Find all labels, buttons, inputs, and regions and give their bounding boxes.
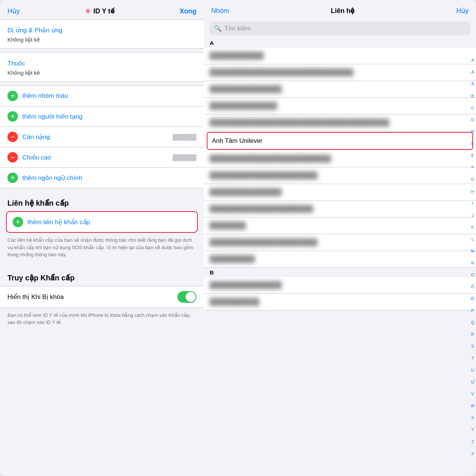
medicine-section: Thuốc Không liệt kê [0, 52, 204, 82]
contact-name-b1: ████████████████ [210, 282, 282, 289]
left-done-button[interactable]: Xong [180, 7, 196, 15]
contact-name-12: ██████████ [210, 255, 254, 263]
alpha-v[interactable]: V [471, 392, 474, 396]
left-nav-title: ID Y tế [93, 7, 114, 15]
contact-row-9[interactable]: ███████████████████████ [204, 201, 476, 218]
contact-row-7[interactable]: ████████████████████████ [204, 167, 476, 184]
bottom-description: Bạn có thể xem ID Y tế của mình khi iPho… [0, 308, 204, 334]
contact-name-0: ████████████ [210, 52, 264, 60]
show-when-locked-toggle[interactable] [177, 291, 196, 303]
search-icon: 🔍 [214, 25, 222, 32]
weight-row[interactable]: − Cân nặng ██████ [0, 127, 204, 147]
search-bar[interactable]: 🔍 Tìm kiếm [210, 22, 470, 35]
drug-allergy-section: Dị ứng & Phản ứng Không liệt kê [0, 19, 204, 49]
alpha-s[interactable]: S [471, 344, 474, 348]
contact-row-6[interactable]: ███████████████████████████ [204, 151, 476, 167]
weight-label: Cân nặng [22, 133, 50, 141]
contact-row-highlighted[interactable]: Anh Tâm Unilever [207, 132, 473, 150]
alpha-o[interactable]: O [471, 273, 475, 277]
minus-icon-weight: − [7, 132, 18, 142]
contact-row-8[interactable]: ████████████████ [204, 184, 476, 201]
alpha-a[interactable]: A [471, 58, 474, 62]
contact-name-highlighted: Anh Tâm Unilever [212, 137, 263, 145]
contact-row-4[interactable]: ████████████████████████████████████████ [204, 115, 476, 131]
contact-row-0[interactable]: ████████████ [204, 48, 476, 64]
contact-name-4: ████████████████████████████████████████ [210, 119, 389, 126]
alpha-x[interactable]: X [471, 416, 474, 420]
alpha-u[interactable]: U [471, 368, 474, 372]
medical-id-star-icon: ✳ [85, 7, 91, 16]
alpha-e-circ[interactable]: Ê [471, 154, 474, 158]
show-when-locked-label: Hiển thị Khi Bị khóa [7, 293, 64, 301]
contact-row-2[interactable]: ████████████████ [204, 81, 476, 98]
height-label: Chiều cao [22, 154, 51, 161]
alpha-a-breve[interactable]: Ă [471, 82, 474, 86]
alpha-q[interactable]: Q [471, 321, 475, 325]
contact-row-12[interactable]: ██████████ [204, 251, 476, 268]
plus-icon-organ: + [7, 111, 18, 122]
alpha-u-horn[interactable]: Ư [471, 380, 475, 384]
alpha-a-bar[interactable]: Ā [471, 70, 474, 74]
contact-row-11[interactable]: ████████████████████████ [204, 234, 476, 251]
contact-name-11: ████████████████████████ [210, 239, 317, 246]
alpha-k[interactable]: K [471, 225, 474, 229]
contact-row-b2[interactable]: ███████████ [204, 294, 476, 311]
alpha-hash[interactable]: # [472, 452, 474, 456]
emergency-add-row[interactable]: + thêm liên hệ khẩn cấp [7, 212, 197, 232]
contact-row-1[interactable]: ████████████████████████████████ [204, 64, 476, 81]
alpha-c[interactable]: C [471, 106, 474, 110]
add-blood-type-row[interactable]: + thêm nhóm máu [0, 86, 204, 106]
minus-icon-height: − [7, 152, 18, 163]
alpha-e[interactable]: E [471, 142, 474, 146]
contact-name-2: ████████████████ [210, 86, 282, 93]
alpha-b[interactable]: B [471, 94, 474, 98]
alpha-j[interactable]: J [472, 213, 474, 218]
search-bar-container: 🔍 Tìm kiếm [204, 19, 476, 38]
contact-name-3: ███████████████ [210, 102, 277, 110]
contact-row-10[interactable]: ████████ [204, 218, 476, 234]
alpha-h[interactable]: H [471, 190, 474, 194]
alpha-z[interactable]: Z [472, 440, 474, 444]
alpha-index: A Ā Ă B C D Đ E Ê F G H I J K L M N O Ô … [469, 57, 476, 457]
height-row[interactable]: − Chiều cao ██████ [0, 147, 204, 168]
contacts-wrapper: A ████████████ █████████████████████████… [204, 38, 476, 476]
add-organ-donor-row[interactable]: + thêm người hiến tạng [0, 106, 204, 127]
left-cancel-button[interactable]: Hủy [7, 7, 20, 15]
alpha-p[interactable]: P [471, 309, 474, 313]
right-cancel-button[interactable]: Hủy [456, 7, 469, 15]
contact-name-b2: ███████████ [210, 298, 259, 306]
left-scroll-content: Dị ứng & Phản ứng Không liệt kê Thuốc Kh… [0, 19, 204, 476]
alpha-n[interactable]: N [471, 261, 474, 265]
alpha-r[interactable]: R [471, 332, 474, 337]
alpha-o-horn[interactable]: Ơ [471, 297, 475, 301]
plus-icon-emergency: + [13, 217, 23, 227]
contact-row-b1[interactable]: ████████████████ [204, 277, 476, 294]
emergency-contact-title: Liên hệ khẩn cấp [0, 188, 204, 211]
alpha-y[interactable]: Y [471, 428, 474, 432]
alpha-o-circ[interactable]: Ô [471, 285, 475, 289]
add-language-row[interactable]: + thêm ngôn ngữ chính [0, 168, 204, 188]
alpha-i[interactable]: I [472, 202, 473, 206]
add-language-label: thêm ngôn ngữ chính [22, 174, 82, 182]
alpha-f[interactable]: F [472, 165, 474, 170]
emergency-section-wrapper: Liên hệ khẩn cấp + thêm liên hệ khẩn cấp… [0, 188, 204, 264]
alpha-l[interactable]: L [472, 237, 474, 241]
alpha-m[interactable]: M [471, 249, 474, 253]
contact-row-3[interactable]: ███████████████ [204, 98, 476, 115]
drug-allergy-value: Không liệt kê [0, 36, 204, 48]
contact-name-6: ███████████████████████████ [210, 155, 331, 163]
add-rows-group: + thêm nhóm máu + thêm người hiến tạng −… [0, 86, 204, 188]
alpha-t[interactable]: T [472, 356, 474, 360]
alpha-d-stroke[interactable]: Đ [471, 130, 474, 134]
add-blood-type-label: thêm nhóm máu [22, 92, 68, 100]
contact-name-7: ████████████████████████ [210, 172, 317, 179]
alpha-w[interactable]: W [471, 404, 475, 408]
contact-name-1: ████████████████████████████████ [210, 69, 353, 76]
left-panel: Hủy ✳ ID Y tế Xong Dị ứng & Phản ứng Khô… [0, 0, 204, 476]
right-back-button[interactable]: Nhóm [211, 7, 229, 15]
alpha-g[interactable]: G [471, 177, 475, 181]
alpha-d[interactable]: D [471, 118, 474, 122]
search-placeholder: Tìm kiếm [225, 25, 251, 32]
emergency-add-label: thêm liên hệ khẩn cấp [28, 218, 90, 226]
right-panel: Nhóm Liên hệ Hủy 🔍 Tìm kiếm A ██████████… [204, 0, 476, 476]
